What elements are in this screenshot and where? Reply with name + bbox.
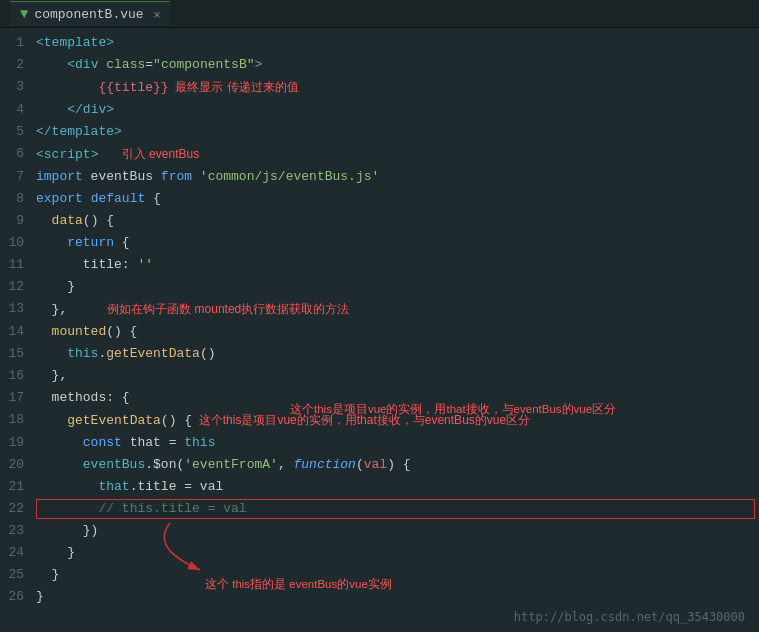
token (36, 80, 98, 95)
token: : { (106, 390, 129, 405)
token (36, 102, 67, 117)
editor-area: 1<template>2 <div class="componentsB">3 … (0, 28, 759, 632)
token (36, 413, 67, 428)
token: > (106, 35, 114, 50)
inline-annotation: 最终显示 传递过来的值 (169, 80, 299, 94)
token: </ (36, 124, 52, 139)
token: class (106, 57, 145, 72)
code-line: 14 mounted() { (0, 321, 759, 343)
line-content: that.title = val (36, 476, 759, 498)
line-number: 1 (0, 32, 36, 54)
code-editor: 1<template>2 <div class="componentsB">3 … (0, 28, 759, 612)
line-content: eventBus.$on('eventFromA', function(val)… (36, 454, 759, 476)
token: const (83, 435, 122, 450)
code-line: 17 methods: { (0, 387, 759, 409)
code-line: 13 }, 例如在钩子函数 mounted执行数据获取的方法 (0, 298, 759, 321)
line-number: 12 (0, 276, 36, 298)
line-content: <script> 引入 eventBus (36, 143, 759, 166)
code-line: 19 const that = this (0, 432, 759, 454)
code-line: 7import eventBus from 'common/js/eventBu… (0, 166, 759, 188)
line-content: mounted() { (36, 321, 759, 343)
code-line: 1<template> (0, 32, 759, 54)
token: getEventData (106, 346, 200, 361)
token: () { (161, 413, 192, 428)
line-content: // this.title = val (36, 498, 759, 520)
line-number: 22 (0, 498, 36, 520)
line-content: title: '' (36, 254, 759, 276)
line-number: 25 (0, 564, 36, 586)
token (36, 435, 83, 450)
token: val (364, 457, 387, 472)
code-line: 21 that.title = val (0, 476, 759, 498)
token: }, (36, 302, 67, 317)
line-number: 23 (0, 520, 36, 542)
token (83, 191, 91, 206)
token: {{title}} (98, 80, 168, 95)
line-content: } (36, 276, 759, 298)
token: template (44, 35, 106, 50)
line-number: 20 (0, 454, 36, 476)
line-number: 11 (0, 254, 36, 276)
code-line: 6<script> 引入 eventBus (0, 143, 759, 166)
code-line: 5</template> (0, 121, 759, 143)
token: data (52, 213, 83, 228)
token: < (36, 147, 44, 162)
token: > (114, 124, 122, 139)
line-content: export default { (36, 188, 759, 210)
line-content: import eventBus from 'common/js/eventBus… (36, 166, 759, 188)
line-content: }, 例如在钩子函数 mounted执行数据获取的方法 (36, 298, 759, 321)
token: ( (356, 457, 364, 472)
line-number: 4 (0, 99, 36, 121)
vue-icon: ▼ (20, 6, 28, 22)
token: .title = val (130, 479, 224, 494)
token: default (91, 191, 146, 206)
line-content: {{title}} 最终显示 传递过来的值 (36, 76, 759, 99)
token (192, 169, 200, 184)
code-line: 4 </div> (0, 99, 759, 121)
token: 'eventFromA' (184, 457, 278, 472)
tab-close-button[interactable]: ✕ (154, 8, 161, 21)
tab-filename: componentB.vue (34, 7, 143, 22)
line-content: } (36, 542, 759, 564)
line-number: 10 (0, 232, 36, 254)
token: mounted (52, 324, 107, 339)
token: this (67, 346, 98, 361)
token: : (122, 257, 138, 272)
footer-url: http://blog.csdn.net/qq_35430000 (514, 610, 745, 624)
token (36, 213, 52, 228)
token: template (52, 124, 114, 139)
token (36, 257, 83, 272)
code-line: 12 } (0, 276, 759, 298)
code-line: 26} (0, 586, 759, 608)
token: }) (36, 523, 98, 538)
line-number: 14 (0, 321, 36, 343)
token: eventBus (83, 457, 145, 472)
line-number: 18 (0, 409, 36, 431)
title-bar: ▼ componentB.vue ✕ (0, 0, 759, 28)
token (36, 346, 67, 361)
line-number: 26 (0, 586, 36, 608)
token: that = (122, 435, 184, 450)
line-number: 24 (0, 542, 36, 564)
token: > (106, 102, 114, 117)
token: } (36, 589, 44, 604)
token: script (44, 147, 91, 162)
token: </ (67, 102, 83, 117)
file-tab[interactable]: ▼ componentB.vue ✕ (10, 1, 170, 26)
inline-annotation: 这个this是项目vue的实例，用that接收，与eventBus的vue区分 (192, 413, 530, 427)
line-number: 3 (0, 76, 36, 98)
token: () { (83, 213, 114, 228)
token: export (36, 191, 83, 206)
line-number: 13 (0, 298, 36, 320)
token: = (145, 57, 153, 72)
code-line: 16 }, (0, 365, 759, 387)
token: } (36, 279, 75, 294)
token: { (145, 191, 161, 206)
line-content: }) (36, 520, 759, 542)
token (36, 390, 52, 405)
line-content: } (36, 586, 759, 608)
token: } (36, 545, 75, 560)
line-content: data() { (36, 210, 759, 232)
token: , (278, 457, 294, 472)
line-content: }, (36, 365, 759, 387)
